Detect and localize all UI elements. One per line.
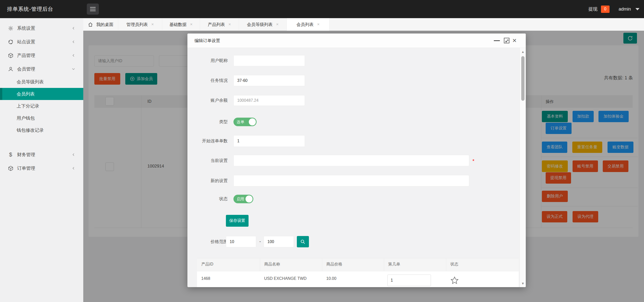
- edit-order-settings-modal: 编辑订单设置 × 用户昵称 任务情况 账户余额 类型 连单 开始连单单数 当前设…: [187, 33, 526, 287]
- sidebar-item-product-management[interactable]: 产品管理: [0, 49, 83, 62]
- app-title: 排单系统-管理后台: [7, 0, 53, 18]
- label-price-range: 价格范围: [187, 236, 228, 247]
- sidebar-item-member-list-active[interactable]: 会员列表: [0, 88, 83, 100]
- tab-admin-list[interactable]: 管理员列表 ×: [118, 18, 162, 31]
- label-type: 类型: [187, 118, 228, 126]
- modal-cell-product-id: 1468: [201, 276, 210, 281]
- app-root: 排单系统-管理后台 提现 0 admin 我的桌面 管理员列表 × 基础数据 ×…: [0, 0, 644, 302]
- tab-bar: 我的桌面 管理员列表 × 基础数据 × 产品列表 × 会员等级列表 × 会员列表…: [83, 18, 644, 31]
- range-dash: -: [259, 236, 261, 247]
- chevron-left-icon: [71, 53, 76, 58]
- withdraw-count-badge: 0: [601, 6, 610, 13]
- required-asterisk: *: [472, 158, 474, 164]
- modal-col-product-id: 产品ID: [201, 262, 213, 267]
- user-menu[interactable]: admin: [619, 7, 631, 12]
- sidebar-item-user-wallet[interactable]: 用户钱包: [0, 112, 83, 124]
- hamburger-icon: [90, 7, 96, 8]
- maximize-icon[interactable]: [504, 38, 509, 43]
- modal-title: 编辑订单设置: [194, 33, 220, 48]
- tab-product-list[interactable]: 产品列表 ×: [200, 18, 239, 31]
- label-status: 状态: [187, 195, 228, 203]
- task-status-input[interactable]: [233, 75, 305, 86]
- top-header: 排单系统-管理后台 提现 0 admin: [0, 0, 644, 18]
- user-icon: [8, 66, 14, 72]
- sidebar-item-updown-records[interactable]: 上下分记录: [0, 100, 83, 112]
- price-max-input[interactable]: [264, 236, 294, 247]
- sidebar-item-member-level-list[interactable]: 会员等级列表: [0, 76, 83, 88]
- tab-member-list-active[interactable]: 会员列表 ×: [287, 18, 330, 31]
- tab-close-icon[interactable]: ×: [228, 22, 231, 27]
- scrollbar-thumb[interactable]: [521, 56, 525, 101]
- withdraw-link[interactable]: 提现: [588, 6, 597, 12]
- tab-base-data[interactable]: 基础数据 ×: [162, 18, 200, 31]
- modal-col-product-name: 商品名称: [264, 262, 280, 267]
- tab-member-level-list[interactable]: 会员等级列表 ×: [239, 18, 287, 31]
- chevron-down-icon[interactable]: [635, 8, 639, 10]
- tab-close-icon[interactable]: ×: [317, 22, 320, 27]
- current-setting-input[interactable]: [233, 155, 469, 166]
- tab-close-icon[interactable]: ×: [151, 22, 154, 27]
- star-icon[interactable]: [450, 276, 459, 286]
- sidebar-item-order-management[interactable]: 订单管理: [0, 161, 83, 175]
- minimize-icon[interactable]: [494, 40, 500, 41]
- chevron-left-icon: [71, 152, 76, 157]
- close-icon[interactable]: ×: [512, 36, 516, 45]
- sidebar-item-wallet-modify-log[interactable]: 钱包修改记录: [0, 124, 83, 136]
- price-min-input[interactable]: [226, 236, 256, 247]
- save-settings-button[interactable]: 保存设置: [226, 215, 249, 227]
- scroll-up-icon[interactable]: ▲: [520, 50, 526, 54]
- tab-desktop[interactable]: 我的桌面: [83, 18, 118, 31]
- modal-col-order-number: 第几单: [388, 262, 400, 267]
- order-number-input[interactable]: [387, 275, 431, 286]
- type-switch-on[interactable]: 连单: [233, 118, 257, 126]
- cube-icon: [8, 165, 14, 171]
- label-task: 任务情况: [187, 75, 228, 86]
- dollar-icon: $: [8, 152, 14, 158]
- sidebar-item-member-management[interactable]: 会员管理: [0, 62, 83, 76]
- modal-col-product-price: 商品价格: [326, 262, 342, 267]
- label-start-count: 开始连单单数: [187, 135, 228, 147]
- chevron-down-icon: [71, 67, 76, 71]
- label-balance: 账户余额: [187, 95, 228, 106]
- label-new-setting: 新的设置: [187, 175, 228, 186]
- modal-cell-product-name: USD EXCHANGE TWD: [264, 276, 307, 281]
- modal-titlebar: 编辑订单设置 ×: [187, 33, 526, 48]
- start-count-input[interactable]: [233, 135, 305, 147]
- label-nickname: 用户昵称: [187, 55, 228, 66]
- header-right: 提现 0 admin: [588, 0, 639, 18]
- chevron-left-icon: [71, 26, 76, 30]
- label-current-setting: 当前设置: [187, 155, 228, 166]
- menu-toggle-button[interactable]: [87, 4, 99, 15]
- modal-col-status: 状态: [450, 262, 458, 267]
- chevron-left-icon: [71, 166, 76, 171]
- scroll-down-icon[interactable]: ▼: [520, 282, 526, 285]
- gear-icon: [8, 25, 14, 31]
- search-icon: [300, 239, 306, 245]
- status-switch-on[interactable]: 启用: [233, 195, 253, 203]
- modal-scrollbar: ▲ ▼: [519, 48, 526, 287]
- sidebar-item-finance-management[interactable]: $ 财务管理: [0, 148, 83, 161]
- home-icon: [88, 22, 93, 27]
- sidebar: 系统设置 站点设置 产品管理 会员管理 会员等级列表: [0, 18, 83, 302]
- modal-cell-product-price: 10.00: [326, 276, 336, 281]
- new-setting-input[interactable]: [233, 175, 469, 186]
- tab-close-icon[interactable]: ×: [190, 22, 193, 27]
- chevron-left-icon: [71, 40, 76, 44]
- switch-knob: [249, 118, 256, 125]
- modal-table-row: [197, 271, 519, 287]
- cube-icon: [8, 52, 14, 58]
- nickname-input[interactable]: [233, 55, 305, 66]
- sidebar-item-system-settings[interactable]: 系统设置: [0, 21, 83, 35]
- globe-icon: [8, 39, 14, 45]
- price-search-button[interactable]: [297, 236, 309, 247]
- balance-input[interactable]: [233, 95, 305, 106]
- switch-knob: [246, 195, 253, 203]
- sidebar-item-site-settings[interactable]: 站点设置: [0, 35, 83, 49]
- tab-close-icon[interactable]: ×: [276, 22, 279, 27]
